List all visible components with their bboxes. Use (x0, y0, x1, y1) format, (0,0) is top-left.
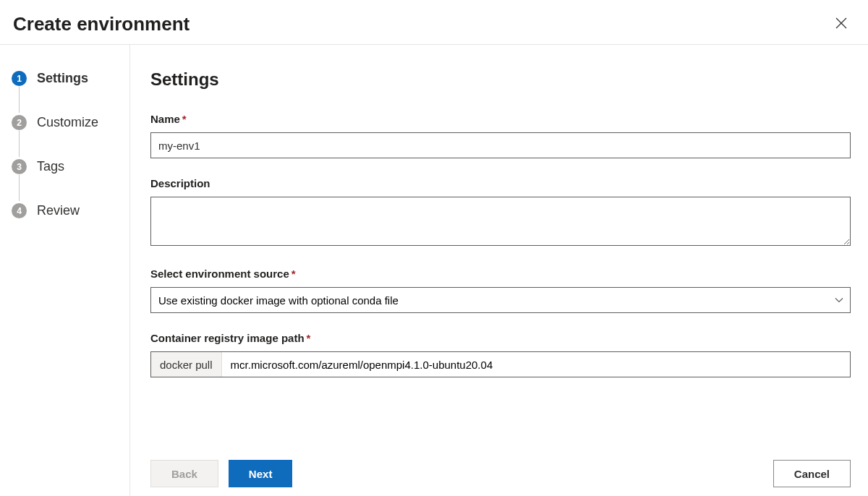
main-panel: Settings Name* Description Select enviro… (130, 45, 868, 496)
form-group-description: Description (150, 177, 851, 249)
step-list: 1 Settings 2 Customize 3 Tags 4 Review (12, 71, 115, 218)
source-select[interactable]: Use existing docker image with optional … (150, 287, 851, 313)
dialog-title: Create environment (13, 13, 190, 35)
dialog-body: 1 Settings 2 Customize 3 Tags 4 Review S… (0, 45, 868, 496)
step-settings[interactable]: 1 Settings (12, 71, 115, 115)
step-number: 1 (12, 71, 27, 86)
source-select-wrapper: Use existing docker image with optional … (150, 287, 851, 313)
name-label: Name* (150, 113, 851, 125)
step-number: 3 (12, 159, 27, 174)
step-connector (19, 175, 20, 201)
section-heading: Settings (150, 69, 851, 90)
step-label: Customize (37, 115, 98, 130)
cancel-button[interactable]: Cancel (773, 460, 851, 487)
step-connector (19, 131, 20, 157)
image-path-label: Container registry image path* (150, 332, 851, 344)
required-asterisk: * (182, 113, 187, 125)
form-group-source: Select environment source* Use existing … (150, 268, 851, 313)
required-asterisk: * (292, 268, 296, 280)
form-group-name: Name* (150, 113, 851, 158)
close-button[interactable] (832, 14, 851, 35)
required-asterisk: * (307, 332, 311, 344)
step-label: Settings (37, 71, 88, 86)
docker-pull-prefix: docker pull (151, 352, 222, 377)
dialog-footer: Back Next Cancel (130, 451, 868, 496)
step-connector (19, 87, 20, 113)
form-group-image-path: Container registry image path* docker pu… (150, 332, 851, 377)
step-number: 2 (12, 115, 27, 130)
close-icon (835, 17, 848, 30)
step-number: 4 (12, 203, 27, 218)
step-customize[interactable]: 2 Customize (12, 115, 115, 159)
step-review[interactable]: 4 Review (12, 203, 115, 218)
description-input[interactable] (150, 197, 851, 246)
image-path-input[interactable] (222, 352, 850, 377)
name-input[interactable] (150, 132, 851, 158)
description-label: Description (150, 177, 851, 189)
dialog-header: Create environment (0, 0, 868, 45)
form-content: Settings Name* Description Select enviro… (130, 45, 868, 451)
wizard-sidebar: 1 Settings 2 Customize 3 Tags 4 Review (0, 45, 130, 496)
step-label: Tags (37, 159, 64, 174)
back-button[interactable]: Back (150, 460, 218, 487)
image-path-input-group: docker pull (150, 351, 851, 377)
step-label: Review (37, 203, 80, 218)
step-tags[interactable]: 3 Tags (12, 159, 115, 203)
source-label: Select environment source* (150, 268, 851, 280)
next-button[interactable]: Next (229, 460, 293, 487)
